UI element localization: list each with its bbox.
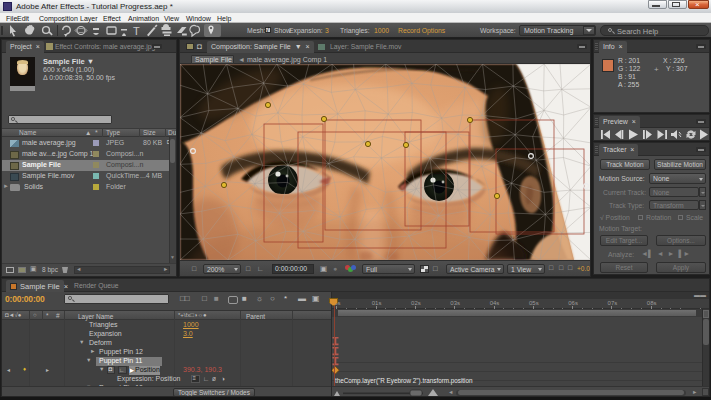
svg-text:T: T: [133, 25, 140, 37]
